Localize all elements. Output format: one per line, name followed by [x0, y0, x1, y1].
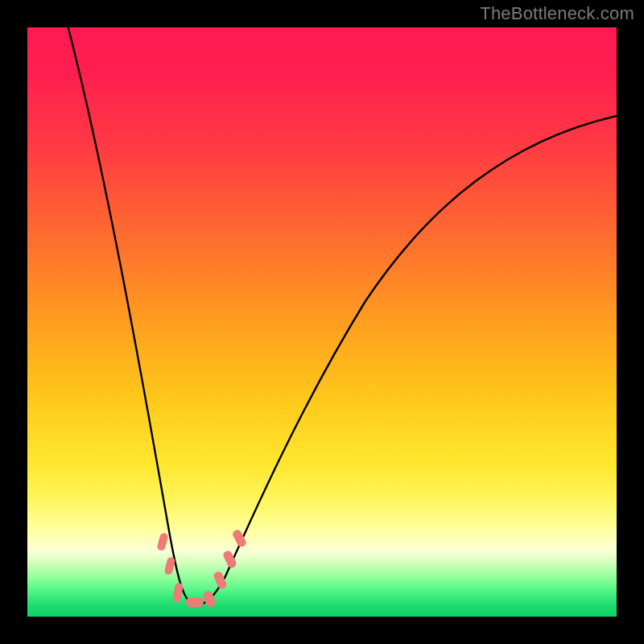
- marker-low-band-left2: [163, 556, 175, 576]
- outer-frame: TheBottleneck.com: [0, 0, 644, 644]
- marker-valley-left: [172, 582, 184, 602]
- plot-area: [27, 27, 617, 617]
- marker-valley-mid: [186, 597, 204, 607]
- marker-rise-1: [213, 571, 228, 591]
- marker-low-band-left: [156, 532, 169, 551]
- bottleneck-curve: [60, 27, 617, 605]
- watermark-text: TheBottleneck.com: [480, 3, 634, 24]
- chart-svg: [27, 27, 617, 617]
